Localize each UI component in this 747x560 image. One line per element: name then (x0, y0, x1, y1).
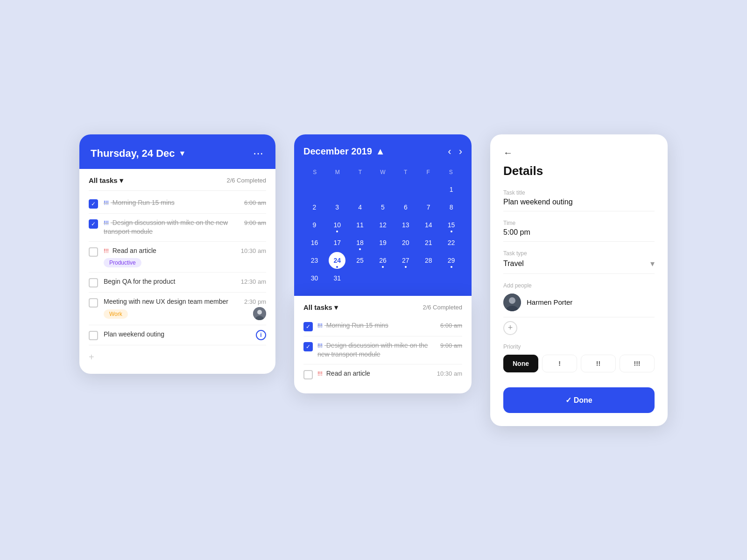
table-row: !!! Morning Run 15 mins 6:00 am (89, 194, 266, 214)
mini-task-content-2: !!! Design discussion with mike on the n… (317, 341, 436, 359)
list-item: !!! Morning Run 15 mins 6:00 am (303, 316, 462, 336)
priority-label: Priority (503, 343, 655, 350)
tasks-chevron-icon: ▾ (120, 176, 123, 185)
calendar-dot (336, 266, 338, 268)
info-icon[interactable]: i (256, 330, 266, 340)
calendar-cell-12[interactable]: 12 (374, 217, 391, 233)
calendar-cell-26[interactable]: 26 (374, 252, 391, 269)
task-checkbox-3[interactable] (89, 247, 98, 257)
calendar-dot (405, 266, 407, 268)
calendar-cell-19[interactable]: 19 (374, 234, 391, 251)
calendar-cell-28[interactable]: 28 (420, 252, 437, 269)
calendar-cell-9[interactable]: 9 (306, 217, 323, 233)
mini-task-checkbox-1[interactable] (303, 322, 313, 331)
calendar-cell-empty (397, 181, 414, 198)
add-task-button[interactable]: + (89, 350, 266, 364)
time-field: Time 5:00 pm (503, 220, 655, 242)
mini-task-checkbox-3[interactable] (303, 370, 313, 379)
task-checkbox-4[interactable] (89, 278, 98, 287)
calendar-cell-27[interactable]: 27 (397, 252, 414, 269)
calendar-cell-14[interactable]: 14 (420, 217, 437, 233)
mini-tasks-chevron-icon: ▾ (334, 303, 338, 312)
tag-productive: Productive (104, 258, 141, 267)
done-button[interactable]: ✓ Done (503, 387, 655, 413)
calendar-cell-empty (443, 270, 460, 287)
priority-none-button[interactable]: None (503, 355, 538, 372)
calendar-next-button[interactable]: › (459, 146, 462, 158)
mini-task-content-1: !!! Morning Run 15 mins (317, 321, 436, 330)
calendar-cell-15[interactable]: 15 (443, 217, 460, 233)
mini-task-time-3: 10:30 am (437, 370, 462, 377)
task-checkbox-6[interactable] (89, 331, 98, 340)
calendar-cell-4[interactable]: 4 (352, 199, 368, 216)
calendar-cell-11[interactable]: 11 (352, 217, 368, 233)
day-label-fri: F (417, 167, 440, 177)
screen-calendar: December 2019 ▲ ‹ › S M T W T F S 123456… (294, 134, 472, 393)
calendar-cell-1[interactable]: 1 (443, 181, 460, 198)
calendar-cell-6[interactable]: 6 (397, 199, 414, 216)
page-title: Details (503, 164, 655, 178)
calendar-cell-29[interactable]: 29 (443, 252, 460, 269)
calendar-cell-20[interactable]: 20 (397, 234, 414, 251)
calendar-cell-5[interactable]: 5 (374, 199, 391, 216)
task-time-2: 9:00 am (244, 219, 266, 226)
task-name-2: !!! Design discussion with mike on the n… (104, 218, 239, 237)
calendar-cell-25[interactable]: 25 (352, 252, 368, 269)
back-button[interactable]: ← (503, 147, 655, 158)
calendar-cell-empty (420, 181, 437, 198)
calendar-prev-button[interactable]: ‹ (448, 146, 451, 158)
task-checkbox-1[interactable] (89, 199, 98, 209)
calendar-cell-13[interactable]: 13 (397, 217, 414, 233)
day-label-thu: T (394, 167, 417, 177)
add-person-button[interactable]: + (503, 321, 517, 335)
priority-high-button[interactable]: !!! (620, 355, 655, 372)
all-tasks-dropdown[interactable]: All tasks ▾ (89, 176, 123, 185)
calendar-cell-16[interactable]: 16 (306, 234, 323, 251)
calendar-cell-7[interactable]: 7 (420, 199, 437, 216)
calendar-cell-10[interactable]: 10 (329, 217, 345, 233)
task-checkbox-2[interactable] (89, 219, 98, 229)
header-title[interactable]: Thursday, 24 Dec ▼ (91, 147, 186, 160)
task-title-value[interactable]: Plan weekend outing (503, 198, 655, 211)
calendar-cell-24[interactable]: 24 (329, 252, 345, 269)
task-title-field: Task title Plan weekend outing (503, 189, 655, 211)
divider (89, 190, 266, 191)
calendar-cell-31[interactable]: 31 (329, 270, 345, 287)
avatar (253, 307, 266, 320)
task-type-field: Task type Travel ▾ (503, 250, 655, 274)
calendar-cell-2[interactable]: 2 (306, 199, 323, 216)
month-year-title[interactable]: December 2019 ▲ (303, 146, 385, 157)
task-content-6: Plan weekend outing (104, 330, 250, 339)
calendar-cell-22[interactable]: 22 (443, 234, 460, 251)
calendar-cell-30[interactable]: 30 (306, 270, 323, 287)
calendar-dot (451, 231, 452, 232)
calendar-cell-8[interactable]: 8 (443, 199, 460, 216)
time-value[interactable]: 5:00 pm (503, 228, 655, 242)
chevron-down-icon: ▼ (179, 149, 186, 158)
mini-all-tasks-dropdown[interactable]: All tasks ▾ (303, 303, 338, 312)
calendar-cell-3[interactable]: 3 (329, 199, 345, 216)
calendar-cell-18[interactable]: 18 (352, 234, 368, 251)
task-list-body: All tasks ▾ 2/6 Completed !!! Morning Ru… (79, 169, 275, 374)
calendar-cell-23[interactable]: 23 (306, 252, 323, 269)
priority-medium-button[interactable]: !! (581, 355, 616, 372)
priority-low-button[interactable]: ! (542, 355, 577, 372)
task-priority-icon-1: !!! (104, 199, 109, 206)
header-date: Thursday, 24 Dec (91, 147, 175, 160)
calendar-cell-17[interactable]: 17 (329, 234, 345, 251)
menu-dots-icon[interactable]: ⋯ (253, 147, 264, 160)
mini-task-checkbox-2[interactable] (303, 342, 313, 351)
svg-point-1 (257, 310, 262, 315)
person-row: Harmen Porter (503, 294, 655, 317)
task-right-5: 2:30 pm (244, 297, 266, 320)
task-time-4: 12:30 am (241, 278, 266, 285)
calendar-cell-empty (306, 181, 323, 198)
calendar-cell-21[interactable]: 21 (420, 234, 437, 251)
calendar-header: December 2019 ▲ ‹ › (303, 146, 462, 158)
month-year-label: December 2019 (303, 146, 372, 157)
table-row: Plan weekend outing i (89, 325, 266, 345)
task-checkbox-5[interactable] (89, 298, 98, 308)
task-time-5: 2:30 pm (244, 298, 266, 305)
calendar-expand-icon: ▲ (376, 146, 385, 157)
task-type-select[interactable]: Travel ▾ (503, 259, 655, 274)
